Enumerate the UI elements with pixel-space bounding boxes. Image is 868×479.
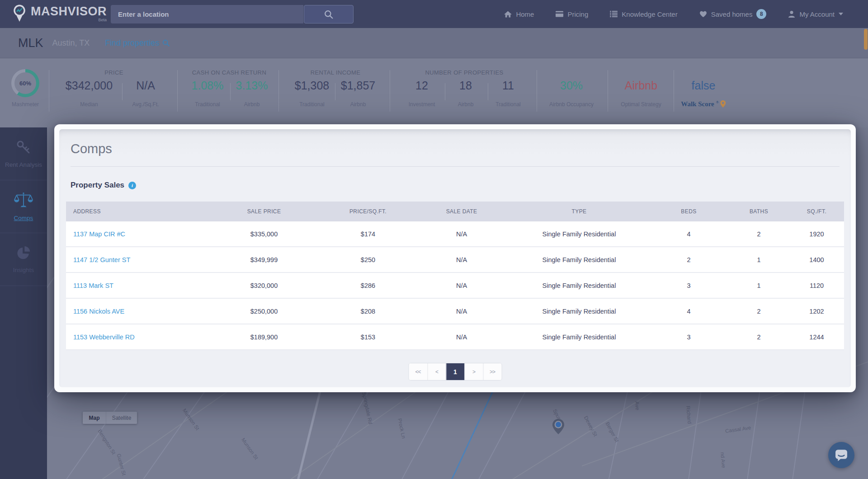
chat-launcher-button[interactable] bbox=[828, 442, 854, 468]
sale-price-cell: $349,999 bbox=[206, 256, 322, 263]
divider bbox=[49, 70, 49, 112]
pagination-first-button[interactable]: << bbox=[409, 363, 427, 380]
price-per-sqft-cell: $208 bbox=[322, 308, 414, 315]
stat-header-number-of-properties: NUMBER OF PROPERTIES bbox=[425, 69, 503, 76]
pagination-prev-button[interactable]: < bbox=[427, 363, 446, 380]
beds-cell: 3 bbox=[649, 282, 728, 289]
chat-icon bbox=[835, 449, 848, 461]
price-per-sqft-cell: $174 bbox=[322, 230, 414, 238]
stat-props-traditional: 11 bbox=[502, 79, 514, 92]
stat-coc-traditional: 1.08% bbox=[192, 79, 224, 92]
map-marker-pin[interactable] bbox=[552, 419, 564, 436]
stat-airbnb-occupancy-label: Airbnb Occupancy bbox=[549, 101, 594, 108]
sale-date-cell: N/A bbox=[414, 308, 509, 315]
map-type-control: Map Satellite bbox=[83, 412, 137, 424]
sidebar-item-rent-analysis[interactable]: Rent Analysis bbox=[0, 127, 47, 180]
stat-rental-traditional-label: Traditional bbox=[299, 101, 325, 108]
stat-price-median: $342,000 bbox=[66, 79, 113, 92]
nav-account-label: My Account bbox=[799, 10, 835, 18]
stat-header-price: PRICE bbox=[104, 69, 123, 76]
pagination-last-button[interactable]: >> bbox=[483, 363, 501, 380]
property-address-link[interactable]: 1137 Map CIR #C bbox=[73, 230, 125, 238]
location-search-input[interactable] bbox=[111, 5, 303, 23]
stat-header-rental-income: RENTAL INCOME bbox=[311, 69, 361, 76]
info-icon[interactable]: i bbox=[128, 182, 136, 189]
property-title: MLK bbox=[18, 36, 43, 50]
mashmeter-label: Mashmeter bbox=[12, 101, 39, 108]
list-icon bbox=[610, 11, 618, 17]
stat-airbnb-occupancy: 30% bbox=[560, 79, 583, 92]
comps-modal: Comps Property Sales i ADDRESS SALE PRIC… bbox=[54, 124, 856, 392]
stat-walk-score-value: false bbox=[692, 79, 716, 92]
sidebar-item-comps[interactable]: Comps bbox=[0, 180, 47, 233]
nav-item-pricing[interactable]: Pricing bbox=[556, 10, 588, 18]
user-icon bbox=[788, 10, 795, 18]
divider bbox=[71, 166, 840, 167]
nav-item-saved-homes[interactable]: Saved homes 8 bbox=[699, 9, 767, 19]
address-cell: 1147 1/2 Gunter ST bbox=[66, 256, 206, 263]
street-label: Gunter St bbox=[116, 453, 127, 476]
mashvisor-logo[interactable]: MASHVISOR Beta bbox=[12, 4, 107, 24]
col-header-sale-price: SALE PRICE bbox=[206, 208, 322, 215]
walk-score-label: Walk Score bbox=[681, 100, 714, 108]
table-row: 1156 Nickols AVE $250,000 $208 N/A Singl… bbox=[66, 299, 844, 324]
pagination-page-1[interactable]: 1 bbox=[446, 363, 464, 380]
stat-price-avg-sqft-label: Avg./Sq.Ft. bbox=[132, 101, 159, 108]
stat-props-airbnb: 18 bbox=[459, 79, 472, 92]
property-address-link[interactable]: 1147 1/2 Gunter ST bbox=[73, 256, 130, 263]
beds-cell: 3 bbox=[649, 333, 728, 341]
sidebar-item-insights[interactable]: Insights bbox=[0, 233, 47, 286]
sale-price-cell: $250,000 bbox=[206, 308, 322, 315]
walk-score-brand[interactable]: Walk Score® bbox=[681, 100, 726, 108]
street-label: Prock Ln bbox=[397, 418, 406, 439]
find-properties-link[interactable]: Find properties bbox=[105, 38, 170, 48]
divider bbox=[122, 83, 123, 100]
property-address-link[interactable]: 1153 Webberville RD bbox=[73, 333, 135, 341]
col-header-address: ADDRESS bbox=[66, 208, 206, 215]
brand-name: MASHVISOR bbox=[31, 4, 107, 19]
pagination-next-button[interactable]: > bbox=[464, 363, 483, 380]
walk-score-trademark: ® bbox=[716, 100, 719, 104]
scrollbar-thumb[interactable] bbox=[864, 29, 868, 50]
mashmeter-value: 60% bbox=[19, 80, 31, 87]
table-header-row: ADDRESS SALE PRICE PRICE/SQ.FT. SALE DAT… bbox=[66, 202, 844, 221]
street-label: Berger St bbox=[605, 421, 620, 443]
divider bbox=[177, 70, 178, 112]
col-header-beds: BEDS bbox=[649, 208, 728, 215]
stat-rental-airbnb-label: Airbnb bbox=[350, 101, 366, 108]
street-label: Richard bbox=[685, 406, 692, 424]
nav-item-knowledge-center[interactable]: Knowledge Center bbox=[610, 10, 677, 18]
search-button[interactable] bbox=[304, 5, 354, 23]
property-address-link[interactable]: 1156 Nickols AVE bbox=[73, 308, 124, 315]
table-row: 1153 Webberville RD $189,900 $153 N/A Si… bbox=[66, 324, 844, 350]
price-per-sqft-cell: $250 bbox=[322, 256, 414, 263]
table-body: 1137 Map CIR #C $335,000 $174 N/A Single… bbox=[66, 221, 844, 350]
modal-title: Comps bbox=[71, 141, 112, 156]
stat-price-median-label: Median bbox=[80, 101, 98, 108]
nav-knowledge-label: Knowledge Center bbox=[622, 10, 677, 18]
heart-icon bbox=[699, 10, 707, 18]
left-sidebar: Rent Analysis Comps bbox=[0, 127, 47, 479]
nav-menu: Home Pricing Knowledge C bbox=[504, 0, 843, 28]
baths-cell: 2 bbox=[728, 308, 789, 315]
sale-price-cell: $335,000 bbox=[206, 230, 322, 238]
col-header-sqft: SQ./FT. bbox=[789, 208, 844, 215]
divider bbox=[278, 70, 279, 112]
sqft-cell: 1244 bbox=[789, 333, 844, 341]
street-label: Bengston St bbox=[97, 428, 117, 455]
property-address-link[interactable]: 1113 Mark ST bbox=[73, 282, 113, 289]
nav-item-home[interactable]: Home bbox=[504, 10, 534, 18]
sale-date-cell: N/A bbox=[414, 282, 509, 289]
key-icon bbox=[15, 139, 32, 155]
stat-coc-airbnb-label: Airbnb bbox=[244, 101, 260, 108]
property-sales-label: Property Sales bbox=[71, 181, 124, 190]
property-header: MLK Austin, TX Find properties bbox=[0, 28, 868, 58]
satellite-view-button[interactable]: Satellite bbox=[106, 412, 137, 424]
property-sales-section-title: Property Sales i bbox=[71, 181, 136, 190]
comps-modal-body: Comps Property Sales i ADDRESS SALE PRIC… bbox=[59, 129, 851, 387]
stat-coc-airbnb: 3.13% bbox=[236, 79, 268, 92]
nav-item-my-account[interactable]: My Account bbox=[788, 10, 843, 18]
map-view-button[interactable]: Map bbox=[83, 412, 106, 424]
col-header-sale-date: SALE DATE bbox=[414, 208, 509, 215]
stat-coc-traditional-label: Traditional bbox=[195, 101, 220, 108]
